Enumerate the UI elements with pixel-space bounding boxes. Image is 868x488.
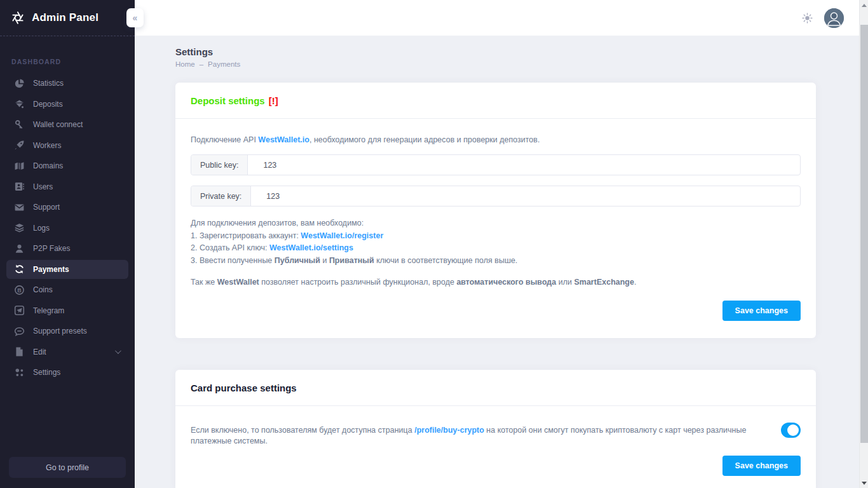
register-link[interactable]: WestWallet.io/register <box>301 231 383 240</box>
sidebar-item-coins[interactable]: B Coins <box>6 280 128 299</box>
breadcrumb: Home – Payments <box>175 60 859 68</box>
sidebar-item-label: P2P Fakes <box>33 244 70 253</box>
sidebar-item-p2p-fakes[interactable]: P2P Fakes <box>6 239 128 258</box>
sidebar-item-domains[interactable]: Domains <box>6 156 128 175</box>
step-3: 3. Ввести полученные Публичный и Приватн… <box>191 255 801 268</box>
deposit-card-warning: [!] <box>269 95 278 106</box>
deposit-settings-card: Deposit settings [!] Подключение API Wes… <box>175 83 816 338</box>
private-key-input[interactable] <box>251 186 800 206</box>
sidebar-item-support-presets[interactable]: Support presets <box>6 322 128 341</box>
sidebar-item-support[interactable]: Support <box>6 198 128 217</box>
id-card-icon <box>14 181 25 192</box>
buy-crypto-link[interactable]: /profile/buy-crypto <box>414 426 484 435</box>
private-key-label: Private key: <box>191 186 251 206</box>
breadcrumb-separator: – <box>200 60 203 68</box>
sidebar-item-label: Logs <box>33 224 50 233</box>
sidebar-item-label: Support <box>33 203 60 212</box>
sidebar-item-label: Workers <box>33 141 61 150</box>
breadcrumb-current: Payments <box>208 60 240 68</box>
step-2: 2. Создать API ключ: WestWallet.io/setti… <box>191 242 801 255</box>
vertical-scrollbar[interactable] <box>859 0 868 488</box>
deposit-steps: Для подключения депозитов, вам необходим… <box>191 217 801 267</box>
sidebar-item-label: Settings <box>33 368 60 377</box>
layers-icon <box>14 222 25 233</box>
settings-link[interactable]: WestWallet.io/settings <box>269 243 353 252</box>
sidebar-item-settings[interactable]: Settings <box>6 363 128 382</box>
chevron-down-icon <box>115 348 121 354</box>
sync-icon <box>14 264 25 274</box>
double-chevron-left-icon: « <box>133 13 138 23</box>
diamond-icon <box>14 98 25 109</box>
sidebar-item-label: Domains <box>33 161 63 170</box>
sidebar-item-telegram[interactable]: Telegram <box>6 301 128 320</box>
sidebar-item-label: Edit <box>33 348 46 356</box>
app-title: Admin Panel <box>32 11 98 24</box>
deposit-intro-text: Подключение API WestWallet.io, необходим… <box>191 135 801 144</box>
sidebar-item-users[interactable]: Users <box>6 177 128 196</box>
envelope-icon <box>14 202 25 213</box>
sidebar: Admin Panel DASHBOARD Statistics Deposit… <box>0 0 135 488</box>
save-changes-button-purchase[interactable]: Save changes <box>722 456 801 476</box>
sidebar-item-label: Coins <box>33 285 53 294</box>
pie-chart-icon <box>14 78 25 89</box>
breadcrumb-home[interactable]: Home <box>175 60 195 68</box>
westwallet-link[interactable]: WestWallet.io <box>258 135 309 144</box>
sidebar-item-label: Support presets <box>33 327 87 336</box>
sidebar-item-label: Statistics <box>33 79 64 88</box>
map-icon <box>14 161 25 172</box>
person-icon <box>14 243 25 254</box>
public-key-label: Public key: <box>191 155 248 175</box>
sidebar-item-deposits[interactable]: Deposits <box>6 95 128 114</box>
content-area: Settings Home – Payments Deposit setting… <box>135 36 859 488</box>
sidebar-item-workers[interactable]: Workers <box>6 136 128 155</box>
bitcoin-icon: B <box>14 285 25 295</box>
card-purchase-header: Card purchase settings <box>175 370 816 406</box>
key-icon <box>14 119 25 130</box>
aperture-logo-icon <box>10 10 25 25</box>
file-icon <box>14 346 25 357</box>
chat-bubble-icon <box>14 326 25 337</box>
public-key-input[interactable] <box>248 155 800 175</box>
sidebar-item-payments[interactable]: Payments <box>6 260 128 279</box>
steps-title: Для подключения депозитов, вам необходим… <box>191 217 801 230</box>
sidebar-item-label: Payments <box>33 265 69 274</box>
private-key-group: Private key: <box>191 186 801 207</box>
scrollbar-up-arrow[interactable] <box>860 0 868 10</box>
dots-grid-icon <box>14 367 25 378</box>
sidebar-section-label: DASHBOARD <box>11 58 135 65</box>
sidebar-item-label: Telegram <box>33 306 64 315</box>
go-to-profile-button[interactable]: Go to profile <box>9 457 126 478</box>
sidebar-item-label: Wallet connect <box>33 120 83 129</box>
paper-plane-icon <box>14 305 25 316</box>
card-purchase-title: Card purchase settings <box>191 383 297 393</box>
card-purchase-description: Если включено, то пользователям будет до… <box>191 423 767 447</box>
sun-icon[interactable] <box>802 13 813 24</box>
card-purchase-toggle[interactable] <box>781 423 801 438</box>
save-changes-button-deposit[interactable]: Save changes <box>722 301 801 321</box>
sidebar-item-wallet-connect[interactable]: Wallet connect <box>6 115 128 134</box>
deposit-card-header: Deposit settings [!] <box>175 83 816 119</box>
scrollbar-down-arrow[interactable] <box>860 478 868 488</box>
sidebar-item-statistics[interactable]: Statistics <box>6 74 128 93</box>
user-avatar[interactable] <box>824 8 844 28</box>
sidebar-menu: Statistics Deposits Wallet connect Worke… <box>0 74 135 382</box>
sidebar-item-logs[interactable]: Logs <box>6 219 128 238</box>
card-purchase-settings-card: Card purchase settings Если включено, то… <box>175 370 816 488</box>
sidebar-collapse-button[interactable]: « <box>126 8 144 27</box>
toggle-knob <box>787 424 799 436</box>
rocket-icon <box>14 140 25 151</box>
sidebar-item-label: Deposits <box>33 100 63 109</box>
scrollbar-thumb[interactable] <box>860 25 868 443</box>
brand: Admin Panel <box>0 0 135 36</box>
svg-text:B: B <box>17 287 22 293</box>
page-title: Settings <box>175 46 859 57</box>
sidebar-item-label: Users <box>33 182 53 191</box>
deposit-card-title: Deposit settings <box>191 95 265 106</box>
topbar <box>135 0 859 36</box>
sidebar-item-edit[interactable]: Edit <box>6 342 128 362</box>
deposit-note: Так же WestWallet позволяет настроить ра… <box>191 278 801 287</box>
public-key-group: Public key: <box>191 154 801 175</box>
step-1: 1. Зарегистрировать аккаунт: WestWallet.… <box>191 230 801 243</box>
